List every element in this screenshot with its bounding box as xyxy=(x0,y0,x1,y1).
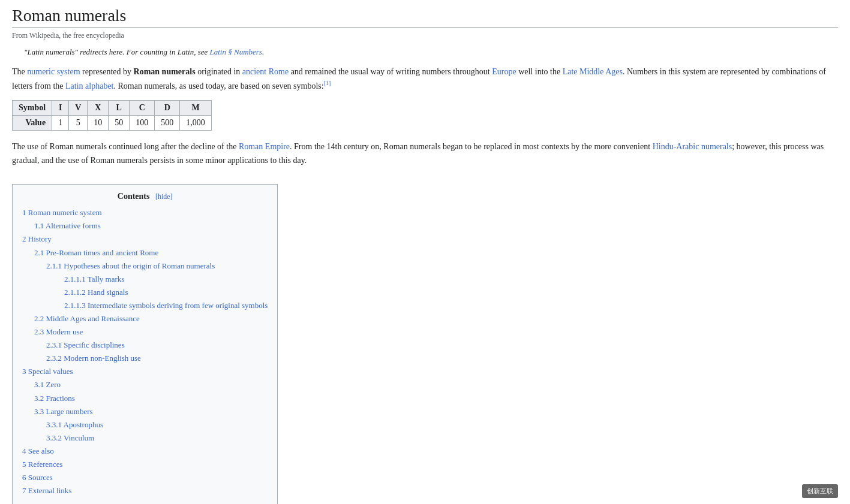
ancient-rome-link[interactable]: ancient Rome xyxy=(242,67,289,76)
symbol-header-m: M xyxy=(180,101,212,116)
contents-item-8: 2.2 Middle Ages and Renaissance xyxy=(34,312,268,325)
value-row-label: Value xyxy=(13,116,52,131)
contents-box: Contents [hide] 1 Roman numeric system1.… xyxy=(12,184,278,504)
contents-link-12[interactable]: 3 Special values xyxy=(22,367,73,376)
contents-link-16[interactable]: 3.3.1 Apostrophus xyxy=(46,420,103,429)
value-cell-5: 100 xyxy=(130,116,155,131)
roman-empire-link[interactable]: Roman Empire xyxy=(239,142,290,151)
contents-item-11: 2.3.2 Modern non-English use xyxy=(46,352,268,365)
contents-link-14[interactable]: 3.2 Fractions xyxy=(34,394,75,403)
contents-item-12: 3 Special values xyxy=(22,365,268,378)
redirect-link[interactable]: Latin § Numbers xyxy=(210,47,262,56)
contents-item-5: 2.1.1.1 Tally marks xyxy=(64,273,268,286)
contents-item-21: 7 External links xyxy=(22,484,268,497)
watermark: 创新互联 xyxy=(802,484,838,498)
latin-alphabet-link[interactable]: Latin alphabet xyxy=(65,82,113,90)
contents-item-18: 4 See also xyxy=(22,445,268,458)
contents-item-17: 3.3.2 Vinculum xyxy=(46,431,268,445)
symbol-header-c: C xyxy=(130,101,155,116)
second-paragraph: The use of Roman numerals continued long… xyxy=(12,140,838,167)
contents-item-1: 1.1 Alternative forms xyxy=(34,219,268,233)
contents-link-2[interactable]: 2 History xyxy=(22,234,52,243)
contents-link-19[interactable]: 5 References xyxy=(22,460,63,469)
contents-item-15: 3.3 Large numbers xyxy=(34,405,268,418)
from-wikipedia: From Wikipedia, the free encyclopedia xyxy=(12,31,838,40)
symbol-header-l: L xyxy=(109,101,130,116)
contents-link-6[interactable]: 2.1.1.2 Hand signals xyxy=(64,288,128,297)
contents-link-5[interactable]: 2.1.1.1 Tally marks xyxy=(64,274,124,283)
value-cell-6: 500 xyxy=(155,116,180,131)
value-cell-2: 5 xyxy=(69,116,88,131)
contents-list: 1 Roman numeric system1.1 Alternative fo… xyxy=(22,206,268,497)
contents-link-3[interactable]: 2.1 Pre-Roman times and ancient Rome xyxy=(34,248,158,257)
page-title: Roman numerals xyxy=(12,6,838,28)
intro-paragraph: The numeric system represented by Roman … xyxy=(12,65,838,93)
contents-item-7: 2.1.1.3 Intermediate symbols deriving fr… xyxy=(64,299,268,312)
contents-link-1[interactable]: 1.1 Alternative forms xyxy=(34,221,101,230)
symbol-header-i: I xyxy=(52,101,69,116)
hindu-arabic-link[interactable]: Hindu-Arabic numerals xyxy=(653,142,732,151)
numeric-system-link[interactable]: numeric system xyxy=(27,67,80,76)
contents-link-9[interactable]: 2.3 Modern use xyxy=(34,327,83,336)
late-middle-ages-link[interactable]: Late Middle Ages xyxy=(563,67,623,76)
value-cell-3: 10 xyxy=(88,116,109,131)
contents-item-2: 2 History xyxy=(22,233,268,246)
value-cell-1: 1 xyxy=(52,116,69,131)
contents-link-11[interactable]: 2.3.2 Modern non-English use xyxy=(46,354,141,363)
contents-link-15[interactable]: 3.3 Large numbers xyxy=(34,407,93,416)
europe-link[interactable]: Europe xyxy=(492,67,516,76)
contents-item-16: 3.3.1 Apostrophus xyxy=(46,418,268,431)
symbol-header-v: V xyxy=(69,101,88,116)
value-cell-7: 1,000 xyxy=(180,116,212,131)
contents-item-4: 2.1.1 Hypotheses about the origin of Rom… xyxy=(46,259,268,273)
contents-item-10: 2.3.1 Specific disciplines xyxy=(46,339,268,352)
contents-link-13[interactable]: 3.1 Zero xyxy=(34,380,61,389)
symbol-table: SymbolIVXLCDMValue1510501005001,000 xyxy=(12,100,212,131)
symbol-header-label: Symbol xyxy=(13,101,52,116)
symbol-header-d: D xyxy=(155,101,180,116)
contents-link-8[interactable]: 2.2 Middle Ages and Renaissance xyxy=(34,314,140,323)
contents-link-0[interactable]: 1 Roman numeric system xyxy=(22,208,102,217)
contents-item-0: 1 Roman numeric system xyxy=(22,206,268,219)
contents-item-20: 6 Sources xyxy=(22,471,268,484)
contents-link-4[interactable]: 2.1.1 Hypotheses about the origin of Rom… xyxy=(46,261,215,270)
symbol-header-x: X xyxy=(88,101,109,116)
contents-link-7[interactable]: 2.1.1.3 Intermediate symbols deriving fr… xyxy=(64,301,268,310)
redirect-notice: "Latin numerals" redirects here. For cou… xyxy=(24,47,838,57)
contents-link-21[interactable]: 7 External links xyxy=(22,486,71,495)
contents-item-6: 2.1.1.2 Hand signals xyxy=(64,286,268,299)
footnote-1[interactable]: [1] xyxy=(324,80,331,86)
value-cell-4: 50 xyxy=(109,116,130,131)
contents-hide-button[interactable]: [hide] xyxy=(155,192,173,201)
contents-link-18[interactable]: 4 See also xyxy=(22,446,54,455)
contents-item-3: 2.1 Pre-Roman times and ancient Rome xyxy=(34,246,268,259)
contents-item-13: 3.1 Zero xyxy=(34,378,268,391)
contents-title: Contents [hide] xyxy=(22,192,268,201)
contents-item-19: 5 References xyxy=(22,458,268,471)
contents-item-9: 2.3 Modern use xyxy=(34,325,268,339)
contents-link-10[interactable]: 2.3.1 Specific disciplines xyxy=(46,340,125,349)
contents-link-20[interactable]: 6 Sources xyxy=(22,473,53,482)
contents-item-14: 3.2 Fractions xyxy=(34,392,268,405)
contents-link-17[interactable]: 3.3.2 Vinculum xyxy=(46,433,94,442)
